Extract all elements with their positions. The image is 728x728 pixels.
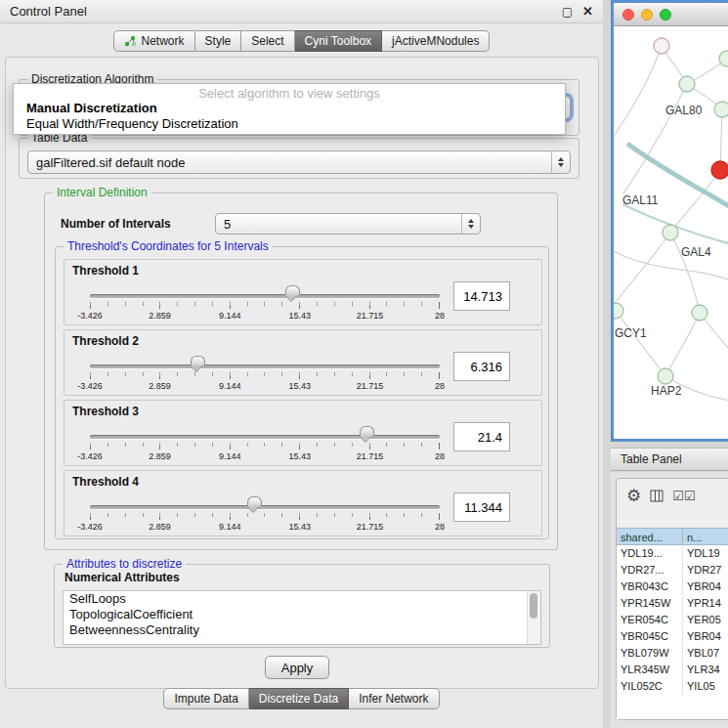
attributes-list[interactable]: SelfLoops TopologicalCoefficient Between… bbox=[63, 590, 541, 645]
scale-label: 9.144 bbox=[219, 381, 241, 391]
zoom-traffic-light-icon[interactable] bbox=[660, 9, 671, 21]
network-node[interactable] bbox=[654, 38, 669, 54]
network-edge[interactable] bbox=[665, 313, 700, 376]
column-header-name[interactable]: n... bbox=[683, 528, 728, 545]
network-canvas[interactable]: GAL80GAL11GAL4GCY1HAP2 bbox=[614, 26, 728, 439]
minimize-traffic-light-icon[interactable] bbox=[641, 9, 653, 21]
number-of-intervals-value: 5 bbox=[224, 217, 231, 232]
number-of-intervals-combobox[interactable]: 5 bbox=[215, 213, 481, 235]
network-edge[interactable] bbox=[616, 311, 665, 376]
table-cell[interactable]: YDR27... bbox=[617, 562, 683, 578]
threshold-3-value-field[interactable]: 21.4 bbox=[453, 422, 510, 451]
dropdown-option-manual[interactable]: Manual Discretization bbox=[14, 101, 565, 116]
float-window-icon[interactable]: ▢ bbox=[562, 5, 573, 19]
threshold-1-value-field[interactable]: 14.713 bbox=[453, 281, 510, 311]
scale-label: 2.859 bbox=[149, 381, 171, 391]
table-cell[interactable]: YBR045C bbox=[617, 628, 683, 645]
table-cell[interactable]: YIL052C bbox=[617, 678, 683, 695]
table-cell[interactable]: YBR04 bbox=[683, 628, 728, 645]
dropdown-placeholder: Select algorithm to view settings bbox=[14, 86, 565, 101]
network-edge[interactable] bbox=[614, 46, 662, 136]
slider-track[interactable] bbox=[90, 505, 440, 509]
columns-icon[interactable] bbox=[650, 490, 664, 502]
table-row[interactable]: YBR043C YBR04 bbox=[617, 578, 728, 595]
threshold-3-slider[interactable]: -3.426 2.859 9.144 15.43 21.715 28 bbox=[90, 426, 440, 465]
threshold-4-slider[interactable]: -3.426 2.859 9.144 15.43 21.715 28 bbox=[90, 496, 440, 535]
table-row[interactable]: YIL052C YIL05 bbox=[617, 678, 728, 695]
table-row[interactable]: YDR27... YDR27 bbox=[617, 562, 728, 578]
scale-label: 28 bbox=[435, 451, 445, 461]
dropdown-option-equal-width[interactable]: Equal Width/Frequency Discretization bbox=[14, 116, 565, 132]
table-row[interactable]: YDL19... YDL19 bbox=[617, 545, 728, 562]
network-node[interactable] bbox=[663, 225, 678, 240]
table-toolbar: ⚙ ☑☑ bbox=[617, 479, 728, 512]
network-window-titlebar bbox=[614, 3, 728, 26]
tab-select[interactable]: Select bbox=[241, 30, 294, 52]
column-header-shared-name[interactable]: shared... bbox=[617, 528, 683, 545]
table-data-combobox[interactable]: galFiltered.sif default node bbox=[27, 150, 571, 174]
table-cell[interactable]: YLR34 bbox=[683, 662, 728, 678]
slider-track[interactable] bbox=[90, 364, 440, 368]
table-cell[interactable]: YIL05 bbox=[683, 678, 728, 695]
table-row[interactable]: YER054C YER05 bbox=[617, 612, 728, 628]
scale-label: -3.426 bbox=[77, 522, 103, 532]
slider-track[interactable] bbox=[90, 294, 440, 298]
table-cell[interactable]: YPR14 bbox=[683, 595, 728, 612]
scale-label: 21.715 bbox=[357, 311, 384, 321]
network-node[interactable] bbox=[719, 51, 728, 66]
table-cell[interactable]: YER054C bbox=[617, 612, 683, 628]
table-cell[interactable]: YPR145W bbox=[617, 595, 683, 612]
network-node[interactable] bbox=[711, 161, 728, 179]
table-cell[interactable]: YDL19 bbox=[683, 545, 728, 562]
network-node[interactable] bbox=[658, 368, 673, 384]
list-item[interactable]: BetweennessCentrality bbox=[64, 622, 540, 638]
list-scrollbar[interactable] bbox=[527, 591, 540, 644]
slider-track[interactable] bbox=[90, 435, 440, 439]
table-cell[interactable]: YER05 bbox=[683, 612, 728, 628]
slider-thumb[interactable] bbox=[191, 356, 205, 365]
slider-thumb[interactable] bbox=[247, 496, 262, 506]
network-node[interactable] bbox=[614, 303, 623, 319]
threshold-2-slider[interactable]: -3.426 2.859 9.144 15.43 21.715 28 bbox=[90, 356, 440, 395]
scrollbar-thumb[interactable] bbox=[530, 593, 537, 619]
close-window-icon[interactable]: ✕ bbox=[582, 4, 593, 19]
gear-icon[interactable]: ⚙ bbox=[626, 488, 641, 504]
tab-label: Cyni Toolbox bbox=[305, 34, 371, 48]
tab-cyni-toolbox[interactable]: Cyni Toolbox bbox=[295, 30, 382, 52]
table-row[interactable]: YLR345W YLR34 bbox=[617, 662, 728, 678]
list-item[interactable]: TopologicalCoefficient bbox=[64, 607, 540, 622]
table-cell[interactable]: YDR27 bbox=[683, 562, 728, 578]
threshold-2-value-field[interactable]: 6.316 bbox=[453, 352, 510, 381]
apply-button[interactable]: Apply bbox=[265, 656, 329, 679]
network-node[interactable] bbox=[692, 305, 707, 321]
tab-infer-network[interactable]: Infer Network bbox=[349, 688, 439, 709]
network-edge[interactable] bbox=[670, 170, 720, 233]
network-node[interactable] bbox=[679, 76, 695, 92]
select-all-checkbox-icon[interactable]: ☑☑ bbox=[672, 490, 695, 502]
threshold-4-value-field[interactable]: 11.344 bbox=[453, 492, 510, 522]
slider-thumb[interactable] bbox=[360, 426, 374, 436]
table-row[interactable]: YBR045C YBR04 bbox=[617, 628, 728, 645]
table-cell[interactable]: YBL07 bbox=[683, 645, 728, 662]
tab-impute-data[interactable]: Impute Data bbox=[163, 688, 248, 709]
tab-label: jActiveMNodules bbox=[392, 34, 479, 48]
table-row[interactable]: YBL079W YBL07 bbox=[617, 645, 728, 662]
list-item[interactable]: SelfLoops bbox=[64, 591, 540, 607]
tab-discretize-data[interactable]: Discretize Data bbox=[249, 688, 349, 709]
table-row[interactable]: YPR145W YPR14 bbox=[617, 595, 728, 612]
scale-label: 2.859 bbox=[149, 522, 171, 532]
close-traffic-light-icon[interactable] bbox=[622, 9, 634, 21]
table-cell[interactable]: YBR04 bbox=[683, 578, 728, 595]
table-cell[interactable]: YBR043C bbox=[617, 578, 683, 595]
tab-network[interactable]: Network bbox=[113, 30, 195, 52]
table-cell[interactable]: YLR345W bbox=[617, 662, 683, 678]
threshold-1-slider[interactable]: -3.426 2.859 9.144 15.43 21.715 28 bbox=[90, 285, 440, 324]
table-cell[interactable]: YDL19... bbox=[617, 545, 683, 562]
table-cell[interactable]: YBL079W bbox=[617, 645, 683, 662]
slider-ticks bbox=[90, 302, 440, 309]
tab-jactivemnodules[interactable]: jActiveMNodules bbox=[382, 30, 490, 52]
slider-thumb[interactable] bbox=[285, 285, 300, 295]
network-node[interactable] bbox=[714, 102, 728, 117]
tab-style[interactable]: Style bbox=[195, 30, 242, 52]
network-edge[interactable] bbox=[614, 233, 670, 305]
